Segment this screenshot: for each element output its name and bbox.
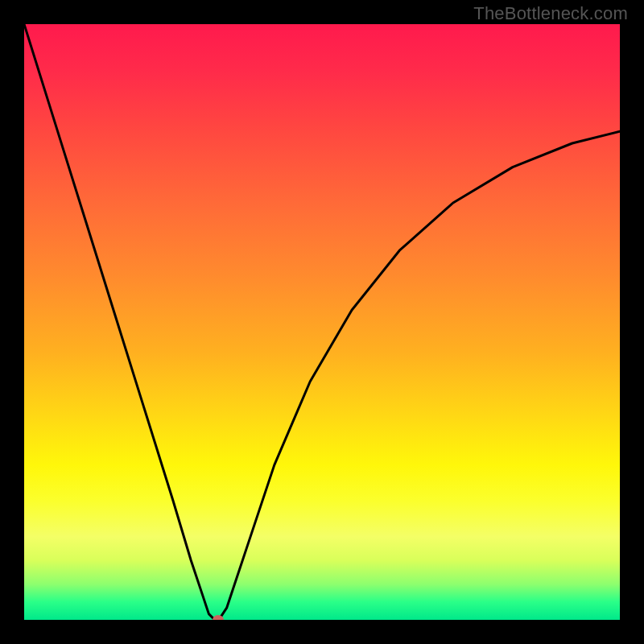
optimum-marker: [213, 615, 224, 620]
watermark-text: TheBottleneck.com: [473, 3, 628, 24]
chart-frame: TheBottleneck.com: [0, 0, 644, 644]
curve-layer: [24, 24, 620, 620]
plot-area: [24, 24, 620, 620]
bottleneck-curve-path: [24, 24, 620, 620]
